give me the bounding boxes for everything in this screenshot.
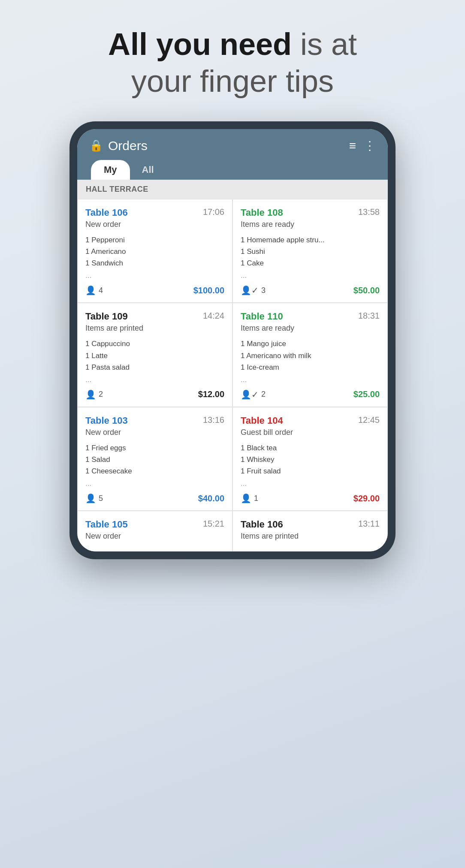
card-time: 17:06 bbox=[203, 207, 224, 217]
card-status: Items are printed bbox=[241, 532, 380, 541]
guest-count: 2 bbox=[99, 390, 103, 399]
filter-icon[interactable]: ≡ bbox=[349, 139, 356, 153]
person-icon: 👤 bbox=[85, 493, 96, 503]
card-more: ... bbox=[241, 376, 380, 384]
more-options-icon[interactable]: ⋮ bbox=[364, 139, 376, 153]
card-items: 1 Mango juice1 Americano with milk1 Ice-… bbox=[241, 338, 380, 373]
card-status: New order bbox=[85, 220, 224, 229]
table-name: Table 105 bbox=[85, 519, 128, 530]
hero-light-text: is at bbox=[292, 27, 357, 61]
card-more: ... bbox=[85, 376, 224, 384]
order-card-104[interactable]: Table 104 12:45 Guest bill order 1 Black… bbox=[233, 407, 387, 511]
card-time: 13:16 bbox=[203, 415, 224, 425]
card-items: 1 Pepperoni1 Americano1 Sandwich bbox=[85, 234, 224, 269]
card-amount: $100.00 bbox=[193, 286, 224, 295]
order-card-110[interactable]: Table 110 18:31 Items are ready 1 Mango … bbox=[233, 303, 387, 407]
card-items: 1 Fried eggs1 Salad1 Cheesecake bbox=[85, 442, 224, 477]
card-guests: 👤✓ 2 bbox=[241, 389, 266, 400]
header-actions: ≡ ⋮ bbox=[349, 139, 376, 153]
bottom-partial-row: Table 105 15:21 New order Table 106 13:1… bbox=[77, 511, 388, 552]
app-title: Orders bbox=[108, 139, 148, 153]
person-icon: 👤 bbox=[85, 389, 96, 400]
card-guests: 👤 4 bbox=[85, 285, 103, 295]
card-guests: 👤 1 bbox=[241, 493, 258, 503]
card-status: Items are printed bbox=[85, 324, 224, 333]
order-card-105[interactable]: Table 105 15:21 New order bbox=[78, 511, 232, 551]
card-amount: $25.00 bbox=[353, 389, 380, 399]
section-header: HALL TERRACE bbox=[77, 180, 388, 199]
hero-bold-text: All you need bbox=[108, 27, 292, 61]
lock-icon: 🔒 bbox=[89, 139, 103, 152]
card-status: Items are ready bbox=[241, 220, 380, 229]
table-name: Table 108 bbox=[241, 207, 283, 218]
card-time: 14:24 bbox=[203, 311, 224, 321]
card-time: 12:45 bbox=[358, 415, 380, 425]
card-time: 15:21 bbox=[203, 519, 224, 529]
card-time: 13:58 bbox=[358, 207, 380, 217]
card-time: 13:11 bbox=[358, 519, 380, 529]
card-status: Guest bill order bbox=[241, 428, 380, 437]
person-icon: 👤 bbox=[241, 493, 251, 503]
guest-count: 4 bbox=[99, 286, 103, 295]
order-card-106-2[interactable]: Table 106 13:11 Items are printed bbox=[233, 511, 387, 551]
guest-count: 3 bbox=[261, 286, 266, 295]
card-items: 1 Cappuccino1 Latte1 Pasta salad bbox=[85, 338, 224, 373]
orders-grid: Table 106 17:06 New order 1 Pepperoni1 A… bbox=[77, 199, 388, 511]
order-card-108[interactable]: Table 108 13:58 Items are ready 1 Homema… bbox=[233, 199, 387, 303]
person-check-icon: 👤✓ bbox=[241, 389, 259, 400]
card-more: ... bbox=[241, 479, 380, 488]
order-card-109[interactable]: Table 109 14:24 Items are printed 1 Capp… bbox=[78, 303, 232, 407]
hero-line2: your finger tips bbox=[131, 64, 334, 98]
card-guests: 👤 5 bbox=[85, 493, 103, 503]
phone-device: 🔒 Orders ≡ ⋮ My All HALL TERRACE Table 1… bbox=[69, 121, 396, 560]
card-time: 18:31 bbox=[358, 311, 380, 321]
order-card-106-1[interactable]: Table 106 17:06 New order 1 Pepperoni1 A… bbox=[78, 199, 232, 303]
card-amount: $50.00 bbox=[353, 286, 380, 295]
card-more: ... bbox=[85, 271, 224, 280]
table-name: Table 103 bbox=[85, 415, 128, 426]
card-guests: 👤✓ 3 bbox=[241, 285, 266, 295]
person-check-icon: 👤✓ bbox=[241, 285, 259, 295]
guest-count: 2 bbox=[261, 390, 266, 399]
tab-my[interactable]: My bbox=[91, 160, 130, 180]
person-icon: 👤 bbox=[85, 285, 96, 295]
header-left: 🔒 Orders bbox=[89, 139, 148, 153]
table-name: Table 104 bbox=[241, 415, 283, 426]
card-more: ... bbox=[241, 271, 380, 280]
order-card-103[interactable]: Table 103 13:16 New order 1 Fried eggs1 … bbox=[78, 407, 232, 511]
card-status: New order bbox=[85, 532, 224, 541]
card-amount: $40.00 bbox=[198, 494, 224, 503]
card-items: 1 Homemade apple stru...1 Sushi1 Cake bbox=[241, 234, 380, 269]
table-name: Table 106 bbox=[241, 519, 283, 530]
table-name: Table 106 bbox=[85, 207, 128, 218]
card-status: Items are ready bbox=[241, 324, 380, 333]
guest-count: 1 bbox=[254, 494, 258, 503]
card-amount: $29.00 bbox=[353, 494, 380, 503]
card-amount: $12.00 bbox=[198, 389, 224, 399]
table-name: Table 109 bbox=[85, 311, 128, 322]
tab-bar: My All bbox=[89, 160, 376, 180]
phone-screen: 🔒 Orders ≡ ⋮ My All HALL TERRACE Table 1… bbox=[77, 129, 388, 552]
card-status: New order bbox=[85, 428, 224, 437]
table-name: Table 110 bbox=[241, 311, 283, 322]
card-guests: 👤 2 bbox=[85, 389, 103, 400]
hero-section: All you need is at your finger tips bbox=[74, 0, 391, 117]
card-more: ... bbox=[85, 479, 224, 488]
tab-all[interactable]: All bbox=[130, 160, 166, 180]
card-items: 1 Black tea1 Whiskey1 Fruit salad bbox=[241, 442, 380, 477]
guest-count: 5 bbox=[99, 494, 103, 503]
app-header: 🔒 Orders ≡ ⋮ My All bbox=[77, 129, 388, 180]
